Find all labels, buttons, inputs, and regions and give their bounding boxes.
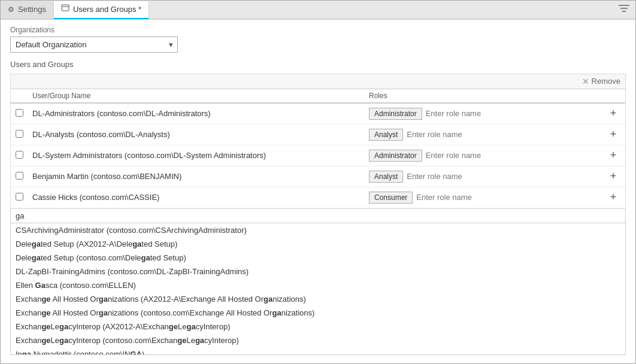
search-input[interactable] [16, 211, 620, 220]
users-groups-section-label: Users and Groups [10, 60, 626, 69]
filter-icon-container [613, 4, 635, 15]
role-badge-5: Consumer [369, 192, 413, 204]
list-item[interactable]: Exchange All Hosted Organizations (AX201… [11, 292, 625, 306]
org-dropdown-container: Default Organization [10, 37, 626, 53]
row-name-5: Cassie Hicks (contoso.com\CASSIE) [32, 193, 369, 202]
role-input-3[interactable] [426, 151, 602, 160]
role-input-1[interactable] [426, 109, 602, 118]
table-row: Cassie Hicks (contoso.com\CASSIE) Consum… [11, 187, 625, 208]
tab-settings[interactable]: ⚙ Settings [1, 1, 54, 19]
row-check-1[interactable] [16, 109, 32, 119]
add-role-btn-4[interactable]: + [606, 169, 620, 184]
row-roles-1: Administrator + [369, 107, 620, 121]
row-name-4: Benjamin Martin (contoso.com\BENJAMIN) [32, 172, 369, 181]
list-item[interactable]: Inga Numadottir (contoso.com\INGA) [11, 347, 625, 355]
row-check-4[interactable] [16, 172, 32, 181]
gear-icon: ⚙ [8, 5, 14, 14]
row-name-3: DL-System Administrators (contoso.com\DL… [32, 151, 369, 160]
row-roles-3: Administrator + [369, 148, 620, 163]
tab-users-groups-label: Users and Groups * [73, 5, 141, 14]
list-item[interactable]: Delegated Setup (contoso.com\Delegated S… [11, 251, 625, 265]
org-dropdown-wrapper[interactable]: Default Organization [10, 37, 178, 53]
add-role-btn-5[interactable]: + [606, 190, 620, 205]
add-role-btn-2[interactable]: + [606, 128, 620, 142]
table-row: DL-System Administrators (contoso.com\DL… [11, 145, 625, 166]
list-item[interactable]: DL-ZapBI-TrainingAdmins (contoso.com\DL-… [11, 265, 625, 278]
app-container: ⚙ Settings Users and Groups * [0, 0, 636, 364]
users-table: ✕ Remove User/Group Name Roles DL-Admini… [10, 74, 626, 209]
table-row: DL-Analysts (contoso.com\DL-Analysts) An… [11, 125, 625, 145]
tab-users-groups[interactable]: Users and Groups * [54, 1, 149, 19]
add-role-btn-1[interactable]: + [606, 107, 620, 121]
filter-icon[interactable] [619, 4, 629, 15]
row-check-3[interactable] [16, 151, 32, 160]
list-item[interactable]: CSArchivingAdministrator (contoso.com\CS… [11, 223, 625, 237]
column-headers: User/Group Name Roles [11, 89, 625, 104]
role-badge-4: Analyst [369, 171, 403, 183]
remove-button[interactable]: ✕ Remove [582, 77, 620, 86]
remove-x-icon: ✕ [582, 77, 589, 86]
role-input-4[interactable] [407, 172, 602, 181]
users-icon [61, 4, 69, 14]
row-name-2: DL-Analysts (contoso.com\DL-Analysts) [32, 130, 369, 139]
table-header: ✕ Remove [11, 74, 625, 89]
col-check-header [16, 92, 32, 100]
role-input-5[interactable] [416, 193, 602, 202]
tab-bar: ⚙ Settings Users and Groups * [1, 1, 635, 20]
list-item[interactable]: Ellen Gasca (contoso.com\ELLEN) [11, 278, 625, 292]
role-badge-2: Analyst [369, 129, 403, 141]
org-dropdown[interactable]: Default Organization [10, 37, 178, 53]
col-roles-header: Roles [369, 92, 620, 100]
svg-rect-0 [62, 5, 69, 11]
organizations-label: Organizations [10, 26, 626, 34]
row-check-2[interactable] [16, 130, 32, 139]
row-check-5[interactable] [16, 193, 32, 202]
role-input-2[interactable] [407, 130, 602, 139]
col-name-header: User/Group Name [32, 92, 369, 100]
search-row [10, 209, 626, 223]
add-role-btn-3[interactable]: + [606, 148, 620, 163]
role-badge-1: Administrator [369, 108, 422, 120]
row-roles-4: Analyst + [369, 169, 620, 184]
row-name-1: DL-Administrators (contoso.com\DL-Admini… [32, 109, 369, 118]
row-roles-5: Consumer + [369, 190, 620, 205]
list-item[interactable]: Delegated Setup (AX2012-A\Delegated Setu… [11, 237, 625, 251]
tab-settings-label: Settings [18, 5, 46, 14]
remove-button-label: Remove [592, 77, 620, 86]
role-badge-3: Administrator [369, 150, 422, 162]
main-content: Organizations Default Organization Users… [1, 20, 635, 363]
suggestions-list: CSArchivingAdministrator (contoso.com\CS… [10, 223, 626, 355]
list-item[interactable]: ExchangeLegacyInterop (contoso.com\Excha… [11, 333, 625, 347]
list-item[interactable]: ExchangeLegacyInterop (AX2012-A\Exchange… [11, 320, 625, 333]
row-roles-2: Analyst + [369, 128, 620, 142]
list-item[interactable]: Exchange All Hosted Organizations (conto… [11, 306, 625, 320]
table-row: DL-Administrators (contoso.com\DL-Admini… [11, 104, 625, 125]
table-row: Benjamin Martin (contoso.com\BENJAMIN) A… [11, 166, 625, 187]
